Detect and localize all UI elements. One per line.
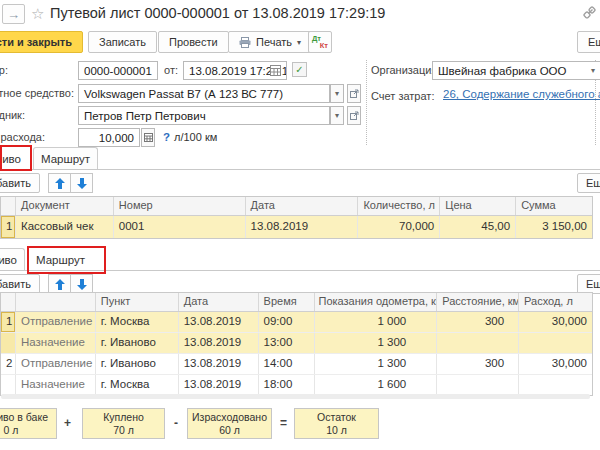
arrow-up-icon [55,279,65,290]
consumption-cell[interactable]: 30,000 [519,354,592,374]
route-row-2-destination[interactable]: Назначение г. Москва 13.08.2019 18:00 1 … [1,375,592,395]
direction-cell[interactable]: Отправление [16,354,96,374]
doc-cell[interactable]: Кассовый чек [16,216,114,238]
col-header-point: Пункт [96,293,179,311]
rate-help-icon[interactable]: ? [163,131,170,143]
fuel-table-header: Документ Номер Дата Количество, л Цена С… [1,197,592,216]
time-cell[interactable]: 13:00 [259,333,316,353]
arrow-up-icon [55,178,65,189]
consumption-cell[interactable]: 30,000 [519,312,592,332]
employee-input[interactable]: Петров Петр Петрович [78,106,330,125]
qty-cell[interactable]: 70,000 [358,216,440,238]
calendar-icon[interactable] [270,65,281,76]
route-more-button[interactable]: Ещё [577,274,600,294]
route-row-1-departure[interactable]: 1 Отправление г. Москва 13.08.2019 09:00… [1,312,592,333]
dt-kt-postings-button[interactable]: Дт Кт [308,31,332,53]
sum-cell[interactable]: 3 150,00 [516,216,592,238]
rate-input[interactable]: 10,000 [78,128,140,147]
fuel-move-up-button[interactable] [48,173,71,193]
set-current-date-icon[interactable]: ✓ [292,62,307,77]
date-cell[interactable]: 13.08.2019 [179,312,259,332]
distance-cell[interactable] [437,375,519,395]
save-button[interactable]: Записать [88,31,157,53]
vehicle-open-button[interactable] [347,84,361,103]
cost-account-label: Счет затрат: [371,87,434,106]
vehicle-dropdown-button[interactable]: ▾ [330,84,344,103]
number-input[interactable]: 0000-000001 [78,61,158,80]
fuel-move-down-button[interactable] [70,173,93,193]
plus-operator: + [64,416,71,430]
row-number-cell[interactable]: 1 [1,216,16,238]
fuel-table-row[interactable]: 1 Кассовый чек 0001 13.08.2019 70,000 45… [1,216,592,238]
fuel-rest-box: Остаток 10 л [294,408,379,439]
post-and-close-button[interactable]: Провести и закрыть [0,31,83,53]
vehicle-input[interactable]: Volkswagen Passat B7 (А 123 ВС 777) [78,84,330,103]
consumption-cell[interactable] [519,375,592,395]
point-cell[interactable]: г. Москва [96,312,179,332]
organization-label: Организация: [371,61,440,80]
cost-account-link[interactable]: 26, Содержание служебного автотранспорта [443,88,600,100]
fuel-more-button[interactable]: Ещё [577,173,600,193]
price-cell[interactable]: 45,00 [440,216,516,238]
date-cell[interactable]: 13.08.2019 [179,375,259,395]
rate-calculator-button[interactable] [141,128,155,147]
distance-cell[interactable]: 300 [437,354,519,374]
more-button-top[interactable]: Ещё [577,31,600,53]
calculator-icon [144,133,153,142]
date-cell[interactable]: 13.08.2019 [246,216,359,238]
route-move-up-button[interactable] [48,274,71,294]
route-row-2-departure[interactable]: 2 Отправление г. Иваново 13.08.2019 14:0… [1,354,592,375]
favorite-star-icon[interactable]: ☆ [31,5,44,23]
odometer-cell[interactable]: 1 300 [315,354,437,374]
time-cell[interactable]: 09:00 [259,312,316,332]
horizontal-scrollbar[interactable] [1,394,590,399]
equals-operator: = [280,416,287,430]
direction-cell[interactable]: Назначение [16,333,96,353]
date-cell[interactable]: 13.08.2019 [179,333,259,353]
organization-input[interactable]: Швейная фабрика ООО [432,61,600,80]
row-number-cell[interactable] [1,333,16,353]
row-number-cell[interactable] [1,375,16,395]
form-splitter [366,60,367,145]
route-move-down-button[interactable] [70,274,93,294]
page-title: Путевой лист 0000-000001 от 13.08.2019 1… [50,5,385,21]
odometer-cell[interactable]: 1 000 [315,312,437,332]
consumption-cell[interactable] [519,333,592,353]
route-add-button[interactable]: Добавить [0,274,40,294]
print-button[interactable]: Печать ▾ [228,31,312,53]
point-cell[interactable]: г. Иваново [96,333,179,353]
number-label: Номер: [0,61,8,80]
fuel-bought-value: 70 л [83,424,164,437]
row-number-cell[interactable]: 2 [1,354,16,374]
rate-unit-label: л/100 км [174,128,217,147]
route-row-1-destination[interactable]: Назначение г. Иваново 13.08.2019 13:00 1… [1,333,592,354]
vehicle-label: Транспортное средство: [0,84,74,103]
point-cell[interactable]: г. Москва [96,375,179,395]
fuel-table: Документ Номер Дата Количество, л Цена С… [0,196,593,239]
active-tab-annotation-route [27,246,106,274]
distance-cell[interactable] [437,333,519,353]
odometer-cell[interactable]: 1 600 [315,375,437,395]
employee-open-button[interactable] [347,106,361,125]
nav-forward-button[interactable]: → [2,4,25,24]
tab-route[interactable]: Маршрут [33,147,98,170]
arrow-down-icon [77,178,87,189]
direction-cell[interactable]: Назначение [16,375,96,395]
time-cell[interactable]: 14:00 [259,354,316,374]
point-cell[interactable]: г. Иваново [96,354,179,374]
date-cell[interactable]: 13.08.2019 [179,354,259,374]
active-tab-annotation-fuel [0,145,32,171]
row-number-cell[interactable]: 1 [1,312,16,332]
odometer-cell[interactable]: 1 300 [315,333,437,353]
employee-dropdown-button[interactable]: ▾ [330,106,344,125]
time-cell[interactable]: 18:00 [259,375,316,395]
num-cell[interactable]: 0001 [114,216,246,238]
get-link-icon[interactable] [583,6,596,19]
organization-dropdown-icon[interactable]: ▾ [591,66,595,75]
tab-fuel-2[interactable]: Топливо [0,248,25,271]
post-button[interactable]: Провести [158,31,229,53]
employee-label: Сотрудник: [0,106,25,125]
direction-cell[interactable]: Отправление [16,312,96,332]
distance-cell[interactable]: 300 [437,312,519,332]
fuel-add-button[interactable]: Добавить [0,173,40,193]
